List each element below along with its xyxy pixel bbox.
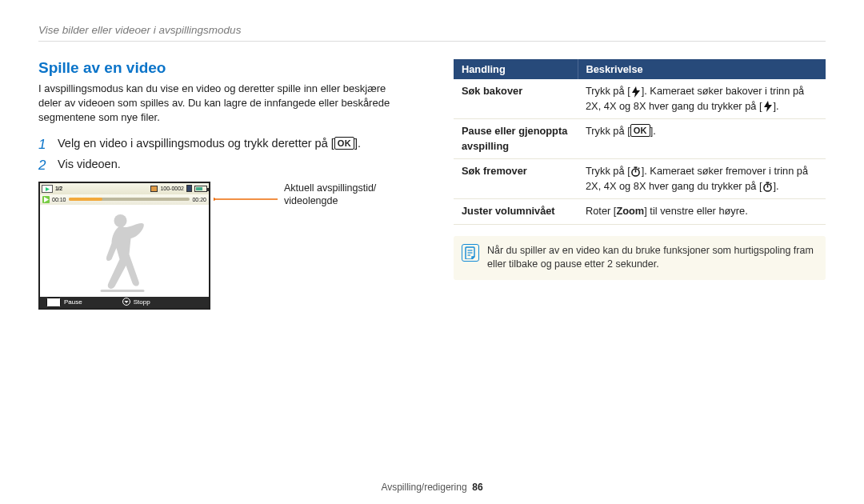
flash-icon: [762, 101, 774, 112]
svg-line-12: [638, 168, 639, 169]
svg-rect-3: [100, 290, 144, 292]
breadcrumb: Vise bilder eller videoer i avspillingsm…: [38, 24, 826, 42]
row-search-backward-label: Søk bakover: [454, 79, 578, 119]
camera-timeline: 00:10 00:20: [40, 194, 209, 205]
row-volume-desc: Roter [Zoom] til venstre eller høyre.: [578, 199, 826, 225]
ok-icon: OK: [334, 137, 354, 150]
camera-top-bar: 1/2 100-0002: [40, 183, 209, 194]
progress-bar: [69, 198, 190, 201]
battery-icon: [194, 186, 207, 192]
r4-b: ] til venstre eller høyre.: [644, 205, 747, 217]
row-pause-desc: Trykk på [OK].: [578, 119, 826, 159]
r4-a: Roter [: [586, 205, 616, 217]
figure-wrap: 1/2 100-0002 00:10: [38, 182, 410, 310]
r1-a: Trykk på [: [586, 85, 630, 97]
step-1-text: Velg en video i avspillingsmodus og tryk…: [58, 137, 361, 153]
intro-paragraph: I avspillingsmodus kan du vise en video …: [38, 82, 410, 126]
note-box: Når du spiller av en video kan du bruke …: [454, 236, 826, 280]
ok-icon: OK: [46, 298, 61, 307]
down-icon: [122, 298, 130, 307]
step-1-pre: Velg en video i avspillingsmodus og tryk…: [58, 137, 334, 150]
table-header-description: Beskrivelse: [578, 59, 826, 79]
ok-icon: OK: [630, 124, 650, 137]
r3-a: Trykk på [: [586, 165, 630, 177]
svg-point-6: [214, 198, 215, 201]
elapsed-time: 00:10: [52, 197, 66, 202]
table-row: Søk bakover Trykk på []. Kameraet søker …: [454, 79, 826, 119]
step-2: 2 Vis videoen.: [38, 158, 410, 174]
table-header-action: Handling: [454, 59, 578, 79]
camera-screen: 1/2 100-0002 00:10: [38, 182, 210, 310]
row-search-backward-desc: Trykk på []. Kameraet søker bakover i tr…: [578, 79, 826, 119]
svg-marker-8: [764, 101, 772, 112]
table-row: Juster volumnivået Roter [Zoom] til vens…: [454, 199, 826, 225]
card-folder-icon: [150, 186, 158, 192]
r2-a: Trykk på [: [586, 125, 630, 137]
camera-bottom-bar: OK Pause Stopp: [40, 297, 209, 308]
svg-marker-0: [46, 187, 50, 191]
row-search-forward-desc: Trykk på []. Kameraet søker fremover i t…: [578, 159, 826, 199]
step-2-number: 2: [38, 158, 50, 174]
video-mode-icon: [42, 185, 53, 193]
row-pause-label: Pause eller gjenoppta avspilling: [454, 119, 578, 159]
note-text: Når du spiller av en video kan du bruke …: [487, 245, 814, 270]
svg-marker-7: [632, 86, 640, 98]
skater-silhouette-icon: [76, 210, 164, 298]
steps-list: 1 Velg en video i avspillingsmodus og tr…: [38, 137, 410, 174]
zoom-label: Zoom: [616, 205, 644, 217]
actions-table: Handling Beskrivelse Søk bakover Trykk p…: [454, 59, 826, 225]
right-column: Handling Beskrivelse Søk bakover Trykk p…: [454, 59, 826, 310]
left-column: Spille av en video I avspillingsmodus ka…: [38, 59, 410, 310]
table-row: Søk fremover Trykk på []. Kameraet søker…: [454, 159, 826, 199]
pause-label: Pause: [64, 298, 82, 306]
timer-icon: [630, 166, 642, 178]
timer-icon: [762, 181, 774, 192]
table-row: Pause eller gjenoppta avspilling Trykk p…: [454, 119, 826, 159]
r1-c: ].: [774, 100, 779, 112]
page-number: 86: [472, 482, 482, 493]
section-title: Spille av en video: [38, 59, 410, 77]
step-2-text: Vis videoen.: [58, 158, 121, 174]
svg-marker-5: [124, 301, 128, 303]
r2-b: ].: [650, 125, 656, 137]
memory-card-icon: [186, 185, 192, 192]
flash-icon: [630, 86, 642, 98]
step-1: 1 Velg en video i avspillingsmodus og tr…: [38, 137, 410, 153]
svg-marker-1: [44, 197, 49, 202]
page-footer: Avspilling/redigering 86: [0, 482, 864, 493]
svg-line-16: [770, 183, 771, 184]
note-icon: [462, 244, 479, 262]
footer-section: Avspilling/redigering: [381, 482, 466, 493]
row-search-forward-label: Søk fremover: [454, 159, 578, 199]
camera-body: [40, 205, 209, 297]
r3-c: ].: [774, 180, 779, 192]
play-icon: [42, 196, 50, 203]
stop-label: Stopp: [134, 298, 150, 306]
svg-point-2: [114, 214, 126, 227]
frame-counter: 1/2: [55, 186, 62, 191]
total-time: 00:20: [192, 197, 206, 202]
step-1-post: ].: [354, 137, 361, 150]
row-volume-label: Juster volumnivået: [454, 199, 578, 225]
file-number: 100-0002: [160, 186, 184, 191]
step-1-number: 1: [38, 137, 50, 153]
